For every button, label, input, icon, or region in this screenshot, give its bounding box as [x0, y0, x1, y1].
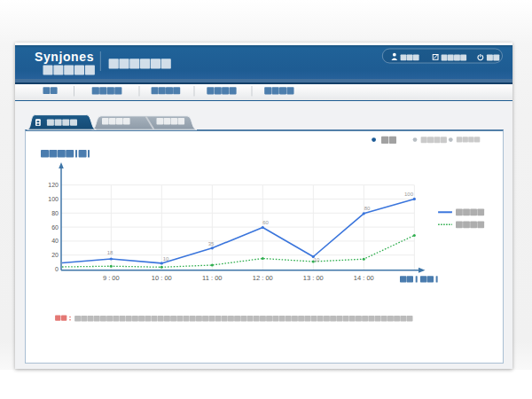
svg-text:12 : 00: 12 : 00 — [253, 274, 273, 282]
svg-text:10: 10 — [314, 257, 320, 262]
svg-text:35: 35 — [208, 241, 215, 246]
svg-text:100: 100 — [404, 192, 414, 197]
svg-text:10: 10 — [163, 256, 169, 262]
svg-text:80: 80 — [364, 206, 371, 211]
svg-text:10 : 00: 10 : 00 — [152, 274, 172, 282]
svg-text:11 : 00: 11 : 00 — [202, 274, 222, 282]
svg-text:9 : 00: 9 : 00 — [103, 274, 120, 282]
svg-text:40: 40 — [51, 238, 59, 244]
svg-text:120: 120 — [48, 182, 59, 188]
svg-text:Synjones: Synjones — [35, 50, 94, 64]
svg-text:20: 20 — [51, 252, 59, 258]
svg-text:60: 60 — [262, 220, 269, 225]
svg-text:13 : 00: 13 : 00 — [303, 274, 324, 282]
svg-text:14 : 00: 14 : 00 — [354, 274, 374, 282]
svg-text:100: 100 — [48, 196, 59, 202]
svg-text:0: 0 — [55, 266, 59, 272]
svg-text:18: 18 — [107, 250, 113, 255]
svg-text:60: 60 — [51, 224, 59, 231]
svg-text:80: 80 — [51, 210, 59, 216]
